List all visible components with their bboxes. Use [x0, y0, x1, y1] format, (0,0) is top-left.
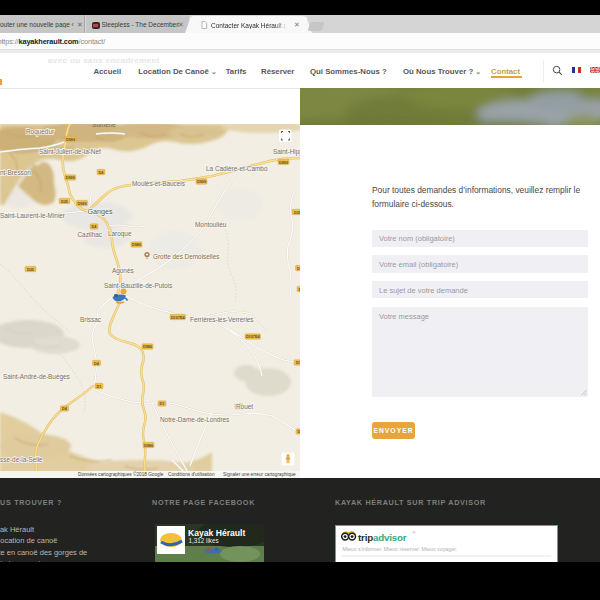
svg-text:Montoulieu: Montoulieu	[195, 221, 227, 228]
svg-text:D107E4: D107E4	[171, 316, 186, 320]
svg-text:D986: D986	[144, 444, 153, 448]
svg-text:D999: D999	[66, 176, 75, 180]
svg-text:D999: D999	[77, 202, 86, 206]
svg-text:Données cartographiques ©2018: Données cartographiques ©2018 Google	[78, 471, 164, 477]
svg-text:D999: D999	[197, 180, 206, 184]
svg-text:Cazilhac: Cazilhac	[78, 231, 103, 238]
svg-text:Brissac: Brissac	[80, 316, 102, 323]
svg-text:Roquedur: Roquedur	[26, 128, 55, 136]
svg-text:Agonès: Agonès	[112, 267, 134, 275]
svg-text:D986: D986	[143, 345, 152, 349]
svg-text:Sumène: Sumène	[92, 124, 116, 128]
svg-text:nt-Bresson: nt-Bresson	[0, 169, 31, 176]
svg-text:Saint-Julien-de-la-Nef: Saint-Julien-de-la-Nef	[39, 148, 101, 155]
svg-text:Moulès-et-Baucels: Moulès-et-Baucels	[132, 180, 185, 187]
svg-text:tripadvisor: tripadvisor	[358, 531, 407, 542]
svg-text:Notre-Dame-de-Londres: Notre-Dame-de-Londres	[160, 416, 229, 423]
svg-text:Grotte des Demoiselles: Grotte des Demoiselles	[153, 253, 219, 260]
svg-text:Signaler une erreur cartograph: Signaler une erreur cartographique	[223, 472, 296, 477]
svg-text:D999: D999	[279, 161, 288, 165]
svg-text:Saint-André-de-Buèges: Saint-André-de-Buèges	[3, 373, 70, 381]
svg-text:Saint-Hipp: Saint-Hipp	[273, 148, 300, 156]
svg-text:Saint-Bauzille-de-Putois: Saint-Bauzille-de-Putois	[104, 282, 172, 289]
svg-text:D25: D25	[61, 200, 68, 204]
svg-text:Rouet: Rouet	[236, 403, 253, 410]
svg-text:Saint-Laurent-le-Minier: Saint-Laurent-le-Minier	[0, 212, 66, 219]
svg-text:Ganges: Ganges	[88, 207, 114, 216]
svg-text:sse-de-la-Selle: sse-de-la-Selle	[0, 456, 43, 463]
svg-text:®: ®	[413, 530, 416, 535]
svg-text:La Cadière-et-Cambo: La Cadière-et-Cambo	[206, 165, 268, 172]
svg-text:Ferrières-les-Verreries: Ferrières-les-Verreries	[190, 316, 254, 323]
svg-text:1,312 likes: 1,312 likes	[189, 537, 219, 544]
svg-text:D25: D25	[27, 268, 34, 272]
svg-text:D1: D1	[160, 402, 165, 406]
svg-text:D107E4: D107E4	[246, 335, 261, 339]
svg-text:D1: D1	[97, 385, 102, 389]
svg-text:D999: D999	[66, 138, 75, 142]
svg-text:D986: D986	[132, 243, 141, 247]
svg-text:Mieux s'informer. Mieux réserv: Mieux s'informer. Mieux réserver. Mieux …	[343, 545, 458, 551]
svg-text:Laroque: Laroque	[108, 230, 132, 238]
svg-text:Conditions d'utilisation: Conditions d'utilisation	[168, 472, 215, 477]
